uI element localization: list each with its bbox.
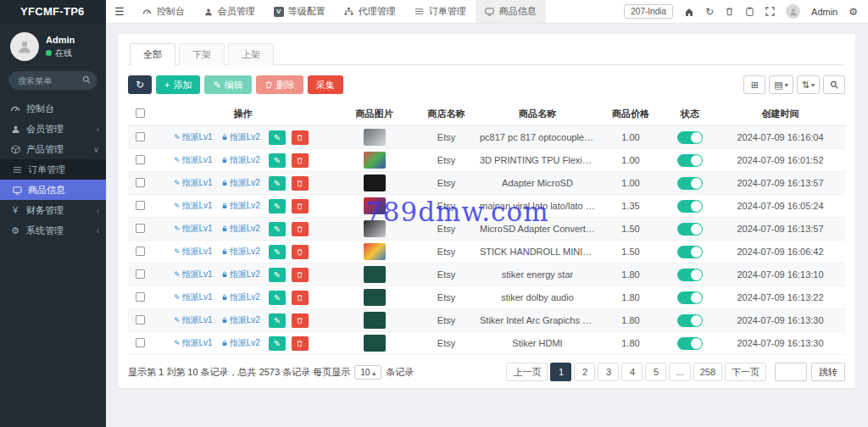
product-image[interactable] — [364, 335, 386, 352]
sidebar-item-products[interactable]: 产品管理 ∨ — [0, 139, 106, 159]
topbar-avatar[interactable] — [786, 4, 800, 19]
assign-lv1-link[interactable]: ✎指派Lv1 — [174, 338, 213, 347]
topbar-username[interactable]: Admin — [811, 7, 837, 17]
product-image[interactable] — [364, 243, 386, 260]
refresh-button[interactable]: ↻ — [128, 75, 152, 94]
status-toggle[interactable] — [677, 200, 703, 213]
row-delete-button[interactable] — [292, 199, 309, 214]
tab-on-shelf[interactable]: 上架 — [228, 43, 274, 65]
page-button[interactable]: ... — [669, 363, 690, 381]
row-delete-button[interactable] — [292, 130, 309, 145]
row-delete-button[interactable] — [292, 313, 309, 328]
row-edit-button[interactable]: ✎ — [269, 199, 286, 214]
status-toggle[interactable] — [677, 337, 703, 350]
sidebar-item-finance[interactable]: ¥ 财务管理 ‹ — [0, 200, 106, 220]
sidebar-item-orders[interactable]: 订单管理 — [0, 159, 106, 180]
assign-lv1-link[interactable]: ✎指派Lv1 — [174, 269, 213, 279]
page-button[interactable]: 上一页 — [506, 363, 548, 381]
jump-button[interactable]: 跳转 — [811, 363, 845, 381]
page-button[interactable]: 1 — [550, 363, 571, 381]
status-toggle[interactable] — [677, 223, 703, 236]
row-checkbox[interactable] — [135, 291, 144, 301]
assign-lv2-link[interactable]: 指派Lv2 — [221, 224, 260, 233]
row-checkbox[interactable] — [135, 154, 144, 164]
page-button[interactable]: 2 — [574, 363, 595, 381]
product-image[interactable] — [364, 152, 386, 169]
assign-lv2-link[interactable]: 指派Lv2 — [221, 338, 260, 347]
status-toggle[interactable] — [677, 177, 703, 190]
sidebar-item-dashboard[interactable]: 控制台 — [0, 98, 106, 119]
trash-icon[interactable] — [725, 7, 734, 16]
page-button[interactable]: 下一页 — [725, 363, 766, 381]
row-checkbox[interactable] — [135, 246, 144, 255]
assign-lv2-link[interactable]: 指派Lv2 — [221, 247, 260, 256]
topnav-agents[interactable]: 代理管理 — [335, 0, 405, 23]
product-image[interactable] — [364, 129, 386, 146]
product-image[interactable] — [364, 312, 386, 329]
topnav-levels[interactable]: V 等级配置 — [264, 0, 335, 23]
assign-lv2-link[interactable]: 指派Lv2 — [221, 155, 260, 164]
assign-lv1-link[interactable]: ✎指派Lv1 — [174, 155, 213, 164]
assign-lv2-link[interactable]: 指派Lv2 — [221, 292, 260, 302]
row-edit-button[interactable]: ✎ — [269, 336, 286, 351]
row-delete-button[interactable] — [292, 291, 309, 305]
product-image[interactable] — [364, 266, 386, 283]
row-checkbox[interactable] — [135, 177, 144, 186]
status-toggle[interactable] — [677, 269, 703, 281]
row-delete-button[interactable] — [292, 336, 309, 351]
assign-lv2-link[interactable]: 指派Lv2 — [221, 178, 260, 187]
status-toggle[interactable] — [677, 246, 703, 258]
topnav-members[interactable]: 会员管理 — [194, 0, 264, 23]
site-selector[interactable]: 207-India — [624, 4, 673, 19]
product-image[interactable] — [364, 220, 386, 237]
home-icon[interactable] — [684, 7, 694, 17]
row-edit-button[interactable]: ✎ — [269, 153, 286, 168]
page-button[interactable]: 258 — [693, 363, 722, 381]
columns-button[interactable]: ▤▾ — [769, 75, 793, 94]
row-delete-button[interactable] — [292, 176, 309, 191]
row-delete-button[interactable] — [292, 222, 309, 236]
assign-lv2-link[interactable]: 指派Lv2 — [221, 315, 260, 324]
topnav-product-info[interactable]: 商品信息 — [476, 0, 546, 23]
row-delete-button[interactable] — [292, 245, 309, 259]
topnav-dashboard[interactable]: 控制台 — [133, 0, 194, 23]
toggle-pagination-button[interactable]: ⊞ — [743, 75, 765, 94]
sidebar-item-members[interactable]: 会员管理 ‹ — [0, 119, 106, 139]
collect-button[interactable]: 采集 — [308, 75, 343, 94]
table-search-button[interactable] — [823, 75, 845, 94]
topnav-orders[interactable]: 订单管理 — [405, 0, 476, 23]
assign-lv1-link[interactable]: ✎指派Lv1 — [174, 247, 213, 256]
edit-button[interactable]: ✎编辑 — [204, 75, 251, 94]
assign-lv1-link[interactable]: ✎指派Lv1 — [174, 292, 213, 302]
fullscreen-icon[interactable] — [765, 7, 775, 16]
status-toggle[interactable] — [677, 314, 703, 327]
export-button[interactable]: ⇅▾ — [797, 75, 820, 94]
per-page-select[interactable]: 10 ▴ — [354, 365, 381, 380]
assign-lv2-link[interactable]: 指派Lv2 — [221, 269, 260, 279]
status-toggle[interactable] — [677, 131, 703, 144]
row-edit-button[interactable]: ✎ — [269, 245, 286, 259]
assign-lv2-link[interactable]: 指派Lv2 — [221, 132, 260, 141]
page-button[interactable]: 5 — [645, 363, 666, 381]
delete-button[interactable]: 删除 — [256, 75, 303, 94]
assign-lv1-link[interactable]: ✎指派Lv1 — [174, 315, 213, 324]
assign-lv2-link[interactable]: 指派Lv2 — [221, 201, 260, 210]
row-checkbox[interactable] — [135, 314, 144, 324]
row-edit-button[interactable]: ✎ — [269, 130, 286, 145]
select-all-checkbox[interactable] — [135, 108, 144, 118]
row-edit-button[interactable]: ✎ — [269, 222, 286, 236]
page-button[interactable]: 3 — [598, 363, 619, 381]
product-image[interactable] — [364, 175, 386, 191]
product-image[interactable] — [364, 289, 386, 306]
row-edit-button[interactable]: ✎ — [269, 313, 286, 328]
page-button[interactable]: 4 — [621, 363, 643, 381]
tab-all[interactable]: 全部 — [130, 43, 175, 65]
status-toggle[interactable] — [677, 154, 703, 167]
assign-lv1-link[interactable]: ✎指派Lv1 — [174, 178, 213, 187]
status-toggle[interactable] — [677, 291, 703, 304]
row-edit-button[interactable]: ✎ — [269, 268, 286, 282]
assign-lv1-link[interactable]: ✎指派Lv1 — [174, 201, 213, 210]
assign-lv1-link[interactable]: ✎指派Lv1 — [174, 224, 213, 233]
row-delete-button[interactable] — [292, 153, 309, 168]
sidebar-item-system[interactable]: ⚙ 系统管理 ‹ — [0, 220, 106, 241]
